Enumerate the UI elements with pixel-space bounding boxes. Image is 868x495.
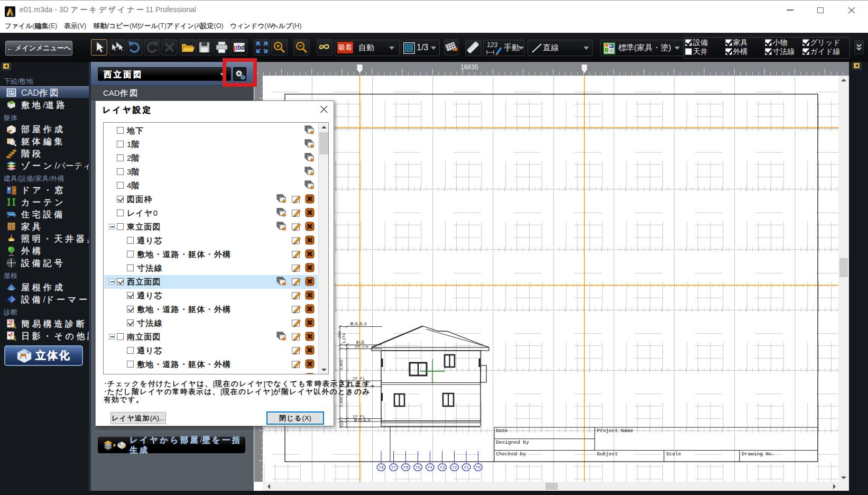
svg-text:Checked by: Checked by — [496, 451, 526, 457]
svg-text:Y3: Y3 — [440, 465, 445, 470]
svg-text:Designed by: Designed by — [496, 439, 529, 445]
svg-text:Scale: Scale — [666, 451, 681, 457]
svg-text:Y2: Y2 — [452, 465, 457, 470]
svg-text:最高高さ: 最高高さ — [350, 322, 368, 326]
svg-text:610: 610 — [339, 420, 344, 428]
svg-text:1,274: 1,274 — [341, 333, 346, 344]
svg-text:Subject: Subject — [597, 451, 618, 457]
svg-text:Y7: Y7 — [391, 465, 396, 470]
svg-text:最低高さ: 最低高さ — [354, 418, 372, 423]
svg-text:Y8: Y8 — [378, 465, 384, 470]
svg-text:Y4: Y4 — [428, 465, 433, 470]
svg-text:d: d — [241, 44, 245, 51]
svg-text:Y6: Y6 — [403, 465, 409, 470]
svg-text:Y5: Y5 — [415, 465, 421, 470]
svg-text:Y1: Y1 — [464, 465, 469, 470]
svg-text:16835: 16835 — [460, 63, 478, 71]
svg-text:2F CH: 2F CH — [355, 344, 369, 349]
svg-text:123: 123 — [487, 41, 497, 49]
svg-text:Project Name: Project Name — [597, 428, 633, 434]
svg-text:Date: Date — [496, 428, 508, 434]
svg-text:Y0: Y0 — [476, 465, 481, 470]
svg-text:Drawing No.: Drawing No. — [742, 451, 775, 457]
svg-text:2,400: 2,400 — [339, 359, 344, 370]
